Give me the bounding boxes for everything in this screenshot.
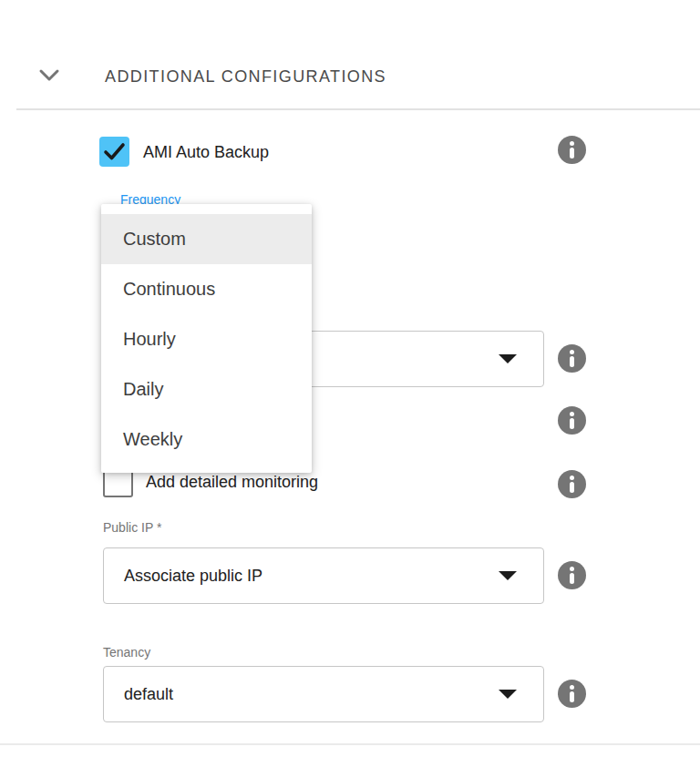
info-icon[interactable] xyxy=(558,406,586,435)
dropdown-arrow-icon xyxy=(499,571,517,580)
divider xyxy=(0,743,700,745)
additional-configurations-panel: ADDITIONAL CONFIGURATIONS AMI Auto Backu… xyxy=(0,0,700,757)
info-icon[interactable] xyxy=(558,680,586,708)
tenancy-select[interactable]: default xyxy=(103,666,544,722)
public-ip-label: Public IP * xyxy=(103,520,161,535)
info-icon[interactable] xyxy=(558,470,586,498)
menu-item-hourly[interactable]: Hourly xyxy=(101,314,312,364)
divider xyxy=(16,108,700,110)
public-ip-select-value: Associate public IP xyxy=(124,567,262,586)
menu-item-daily[interactable]: Daily xyxy=(101,364,312,414)
tenancy-select-value: default xyxy=(124,685,173,704)
info-icon[interactable] xyxy=(558,344,586,373)
info-icon[interactable] xyxy=(558,561,586,589)
section-title: ADDITIONAL CONFIGURATIONS xyxy=(105,66,386,87)
dropdown-arrow-icon xyxy=(499,690,517,699)
chevron-down-icon[interactable] xyxy=(37,66,61,86)
detailed-monitoring-label: Add detailed monitoring xyxy=(146,472,318,492)
menu-item-weekly[interactable]: Weekly xyxy=(101,414,312,465)
menu-item-custom[interactable]: Custom xyxy=(101,214,312,264)
menu-item-continuous[interactable]: Continuous xyxy=(101,264,312,314)
frequency-menu: Custom Continuous Hourly Daily Weekly xyxy=(101,204,312,473)
tenancy-label: Tenancy xyxy=(103,645,150,660)
ami-auto-backup-checkbox[interactable] xyxy=(99,137,129,167)
ami-auto-backup-label: AMI Auto Backup xyxy=(143,142,269,162)
dropdown-arrow-icon xyxy=(499,354,517,363)
info-icon[interactable] xyxy=(558,136,586,164)
checkmark-icon xyxy=(99,137,129,167)
public-ip-select[interactable]: Associate public IP xyxy=(103,547,544,604)
